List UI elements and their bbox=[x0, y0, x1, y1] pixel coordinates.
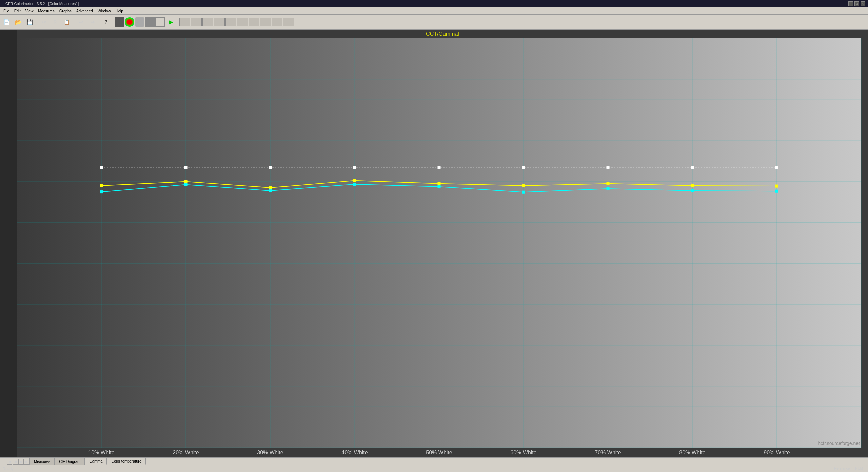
close-button[interactable]: ✕ bbox=[861, 1, 865, 6]
view-btn-8[interactable] bbox=[260, 18, 271, 26]
svg-rect-74 bbox=[269, 186, 272, 189]
svg-rect-86 bbox=[522, 191, 525, 193]
svg-rect-76 bbox=[438, 182, 440, 185]
menu-item-advanced[interactable]: Advanced bbox=[74, 8, 95, 14]
paste-button[interactable]: 📋 bbox=[61, 17, 72, 27]
toolbar-separator-4 bbox=[113, 17, 113, 27]
main-chart-area: 2.92.82.72.62.52.42.32.22.12.01.91.81.71… bbox=[0, 30, 868, 457]
svg-rect-75 bbox=[353, 179, 356, 182]
svg-text:40% White: 40% White bbox=[341, 450, 368, 455]
svg-rect-87 bbox=[607, 187, 609, 190]
view-btn-10[interactable] bbox=[283, 18, 294, 26]
svg-text:90% White: 90% White bbox=[764, 450, 790, 455]
help-button[interactable]: ? bbox=[101, 17, 112, 27]
tab-last-button[interactable]: ▶| bbox=[24, 459, 29, 465]
window-controls: _ □ ✕ bbox=[848, 1, 865, 6]
view-btn-4[interactable] bbox=[214, 18, 225, 26]
menu-item-file[interactable]: File bbox=[1, 8, 12, 14]
svg-rect-81 bbox=[100, 191, 103, 193]
measure-btn-5[interactable] bbox=[155, 17, 165, 27]
open-button[interactable]: 📂 bbox=[13, 17, 24, 27]
chart-plot-area: 2.92.82.72.62.52.42.32.22.12.01.91.81.71… bbox=[17, 30, 868, 457]
measure-btn-4[interactable] bbox=[145, 17, 155, 27]
bottom-tab-bar: |◀ ◀ ▶ ▶| Measures CIE Diagram Gamma Col… bbox=[0, 457, 868, 465]
num-button[interactable]: NUM bbox=[853, 466, 865, 471]
svg-rect-89 bbox=[775, 190, 778, 192]
measure-btn-3[interactable] bbox=[135, 17, 144, 27]
measure-btn-1[interactable] bbox=[115, 17, 124, 27]
svg-rect-66 bbox=[353, 166, 356, 169]
chart-svg: 2.92.82.72.62.52.42.32.22.12.01.91.81.71… bbox=[17, 30, 868, 457]
svg-text:30% White: 30% White bbox=[257, 450, 283, 455]
menu-item-edit[interactable]: Edit bbox=[12, 8, 23, 14]
tab-prev-button[interactable]: ◀ bbox=[13, 459, 18, 465]
menu-item-help[interactable]: Help bbox=[114, 8, 125, 14]
toolbar-separator-2 bbox=[74, 17, 74, 27]
svg-rect-84 bbox=[353, 183, 356, 186]
menu-bar: FileEditViewMeasuresGraphsAdvancedWindow… bbox=[0, 7, 868, 14]
tab-gamma[interactable]: Gamma bbox=[85, 458, 107, 465]
y-axis bbox=[0, 30, 17, 457]
svg-rect-70 bbox=[691, 166, 694, 169]
menu-item-view[interactable]: View bbox=[23, 8, 36, 14]
svg-text:hcfr.sourceforge.net: hcfr.sourceforge.net bbox=[818, 440, 860, 446]
svg-rect-69 bbox=[607, 166, 609, 169]
tab-measures[interactable]: Measures bbox=[29, 458, 55, 465]
measure-btn-2[interactable] bbox=[125, 17, 134, 27]
view-btn-5[interactable] bbox=[225, 18, 236, 26]
tab-navigation: |◀ ◀ ▶ ▶| bbox=[7, 459, 29, 465]
play-button[interactable]: ▶ bbox=[165, 17, 176, 27]
svg-text:CCT/Gammal: CCT/Gammal bbox=[426, 31, 459, 37]
svg-text:20% White: 20% White bbox=[173, 450, 199, 455]
status-text: Ready bbox=[3, 467, 14, 471]
svg-rect-88 bbox=[691, 189, 694, 192]
view-btn-1[interactable] bbox=[179, 18, 190, 26]
status-left: Ready bbox=[3, 467, 14, 471]
toolbar: 📄 📂 💾 ✂ ⎘ 📋 ↩ ↪ ? ▶ bbox=[0, 14, 868, 30]
toolbar-separator-1 bbox=[37, 17, 37, 27]
svg-rect-85 bbox=[438, 185, 440, 188]
svg-text:80% White: 80% White bbox=[679, 450, 705, 455]
svg-text:70% White: 70% White bbox=[595, 450, 621, 455]
svg-rect-64 bbox=[184, 166, 187, 169]
svg-rect-77 bbox=[522, 184, 525, 187]
new-button[interactable]: 📄 bbox=[1, 17, 12, 27]
toolbar-separator-5 bbox=[178, 17, 178, 27]
minimize-button[interactable]: _ bbox=[848, 1, 853, 6]
title-bar: HCFR Colorimeter - 3.5.2 - [Color Measur… bbox=[0, 0, 868, 7]
undo-button[interactable]: ↩ bbox=[75, 17, 86, 27]
tab-color-temperature[interactable]: Color temperature bbox=[107, 458, 146, 465]
menu-item-graphs[interactable]: Graphs bbox=[57, 8, 74, 14]
svg-rect-72 bbox=[100, 184, 103, 187]
redo-button[interactable]: ↪ bbox=[87, 17, 98, 27]
svg-rect-68 bbox=[522, 166, 525, 169]
svg-rect-83 bbox=[269, 189, 272, 192]
view-btn-6[interactable] bbox=[237, 18, 248, 26]
tab-first-button[interactable]: |◀ bbox=[7, 459, 12, 465]
save-button[interactable]: 💾 bbox=[24, 17, 35, 27]
svg-rect-63 bbox=[100, 166, 103, 169]
svg-text:50% White: 50% White bbox=[426, 450, 452, 455]
view-btn-2[interactable] bbox=[191, 18, 202, 26]
view-btn-9[interactable] bbox=[272, 18, 282, 26]
title-text: HCFR Colorimeter - 3.5.2 - [Color Measur… bbox=[3, 2, 79, 6]
maximize-button[interactable]: □ bbox=[854, 1, 859, 6]
view-btn-3[interactable] bbox=[202, 18, 213, 26]
svg-rect-67 bbox=[438, 166, 440, 169]
status-right: Reference NUM bbox=[832, 466, 865, 471]
svg-rect-79 bbox=[691, 184, 694, 187]
status-bar: Ready Reference NUM bbox=[0, 465, 868, 472]
menu-item-window[interactable]: Window bbox=[96, 8, 113, 14]
menu-item-measures[interactable]: Measures bbox=[36, 8, 56, 14]
svg-rect-65 bbox=[269, 166, 272, 169]
toolbar-separator-3 bbox=[99, 17, 99, 27]
reference-button[interactable]: Reference bbox=[832, 466, 852, 471]
view-btn-7[interactable] bbox=[249, 18, 259, 26]
copy-button[interactable]: ⎘ bbox=[50, 17, 61, 27]
tab-cie-diagram[interactable]: CIE Diagram bbox=[55, 458, 85, 465]
svg-text:10% White: 10% White bbox=[88, 450, 114, 455]
svg-rect-82 bbox=[184, 183, 187, 186]
cut-button[interactable]: ✂ bbox=[38, 17, 49, 27]
tab-next-button[interactable]: ▶ bbox=[18, 459, 24, 465]
svg-rect-78 bbox=[607, 182, 609, 185]
